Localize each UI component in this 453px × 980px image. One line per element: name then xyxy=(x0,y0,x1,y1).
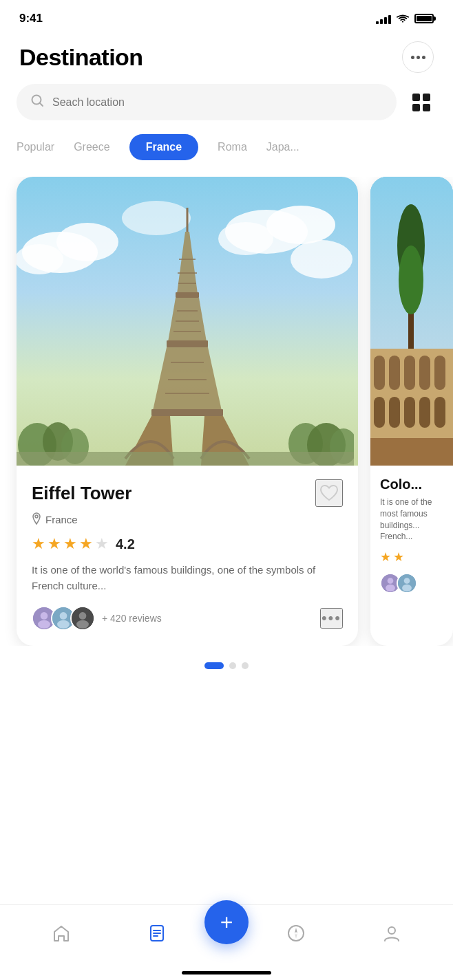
status-icons xyxy=(376,13,434,24)
card-colosseum[interactable]: Colo... It is one of the most famous bui… xyxy=(370,177,453,646)
bottom-nav: + xyxy=(0,904,453,980)
card-eiffel-image xyxy=(17,177,358,466)
svg-rect-53 xyxy=(404,356,415,390)
svg-rect-34 xyxy=(17,452,354,466)
card-secondary-desc: It is one of the most famous buildings..… xyxy=(380,497,443,543)
sec-avatar-2 xyxy=(397,573,417,594)
dot-3 xyxy=(242,662,249,669)
svg-rect-61 xyxy=(370,438,453,466)
nav-add[interactable]: + xyxy=(204,900,249,958)
svg-point-49 xyxy=(399,246,423,314)
tab-popular[interactable]: Popular xyxy=(17,135,54,159)
svg-rect-59 xyxy=(419,397,430,428)
svg-rect-54 xyxy=(419,356,430,390)
tab-roma[interactable]: Roma xyxy=(218,135,247,159)
home-indicator xyxy=(182,971,271,974)
svg-marker-74 xyxy=(295,933,297,939)
nav-compass[interactable] xyxy=(249,924,344,948)
reviewer-section: + 420 reviews xyxy=(32,606,162,631)
reviewer-avatars xyxy=(32,606,95,631)
grid-view-button[interactable] xyxy=(406,87,436,118)
svg-rect-14 xyxy=(167,340,208,347)
card-colosseum-info: Colo... It is one of the most famous bui… xyxy=(370,466,453,605)
svg-point-8 xyxy=(291,240,352,279)
svg-point-3 xyxy=(56,223,118,261)
svg-point-64 xyxy=(386,585,395,591)
status-bar: 9:41 xyxy=(0,0,453,34)
colosseum-svg xyxy=(370,177,453,466)
svg-point-40 xyxy=(60,612,67,620)
favorite-button[interactable] xyxy=(315,479,343,507)
svg-point-37 xyxy=(41,612,48,620)
tab-france[interactable]: France xyxy=(129,134,198,160)
more-options-button[interactable]: ••• xyxy=(320,608,343,629)
svg-point-41 xyxy=(57,620,70,629)
nav-documents[interactable] xyxy=(109,924,205,948)
header: Destination xyxy=(0,34,453,84)
cards-container: Eiffel Tower France ★ xyxy=(0,177,453,646)
card-description: It is one of the world's famous building… xyxy=(32,563,343,594)
rating-number: 4.2 xyxy=(116,536,135,552)
svg-rect-55 xyxy=(434,356,445,390)
chat-button[interactable] xyxy=(402,41,434,73)
svg-rect-52 xyxy=(389,356,400,390)
svg-point-75 xyxy=(388,927,395,934)
svg-point-6 xyxy=(266,206,335,244)
fab-add-button[interactable]: + xyxy=(204,900,249,944)
wifi-icon xyxy=(397,14,409,23)
svg-point-4 xyxy=(17,244,63,274)
card-eiffel-tower[interactable]: Eiffel Tower France ★ xyxy=(17,177,358,646)
foliage-svg xyxy=(17,411,354,466)
card-colosseum-image xyxy=(370,177,453,466)
dot-2 xyxy=(229,662,236,669)
card-secondary-stars: ★ ★ xyxy=(380,549,443,565)
search-input-wrap[interactable] xyxy=(17,84,397,120)
signal-icon xyxy=(376,13,391,24)
svg-marker-15 xyxy=(153,347,222,411)
svg-rect-56 xyxy=(374,397,385,428)
svg-rect-60 xyxy=(434,397,445,428)
svg-point-43 xyxy=(79,612,87,620)
svg-point-35 xyxy=(35,515,38,518)
grid-icon xyxy=(412,94,430,111)
card-secondary-title: Colo... xyxy=(380,477,443,492)
svg-point-38 xyxy=(38,620,50,629)
tab-japan[interactable]: Japa... xyxy=(266,135,299,159)
category-tabs: Popular Greece France Roma Japa... xyxy=(0,134,453,177)
location-pin-icon xyxy=(32,512,41,527)
status-time: 9:41 xyxy=(19,12,43,25)
card-location: France xyxy=(45,514,78,525)
nav-profile[interactable] xyxy=(344,924,440,948)
home-icon xyxy=(52,924,71,948)
card-title: Eiffel Tower xyxy=(32,483,131,504)
page-title: Destination xyxy=(19,44,143,71)
svg-rect-57 xyxy=(389,397,400,428)
svg-rect-12 xyxy=(176,292,199,298)
nav-home[interactable] xyxy=(14,924,109,948)
person-icon xyxy=(382,924,401,948)
svg-marker-73 xyxy=(295,928,297,933)
svg-point-67 xyxy=(402,585,412,591)
dots-indicator xyxy=(0,646,453,683)
svg-marker-13 xyxy=(168,298,207,342)
svg-line-1 xyxy=(40,103,43,107)
svg-rect-51 xyxy=(374,356,385,390)
reviewer-avatar-3 xyxy=(70,606,95,631)
tab-greece[interactable]: Greece xyxy=(74,135,109,159)
reviews-count: + 420 reviews xyxy=(102,613,162,624)
battery-icon xyxy=(414,14,434,23)
svg-marker-11 xyxy=(177,232,198,294)
search-input[interactable] xyxy=(52,96,383,109)
chat-dots-icon xyxy=(411,56,425,59)
svg-rect-58 xyxy=(404,397,415,428)
svg-point-66 xyxy=(404,578,410,584)
dot-1 xyxy=(204,662,224,669)
add-icon: + xyxy=(220,911,233,933)
search-icon xyxy=(30,94,44,111)
rating-stars: ★ ★ ★ ★ ★ xyxy=(32,535,109,553)
svg-point-44 xyxy=(76,620,89,629)
documents-icon xyxy=(147,924,167,948)
compass-icon xyxy=(286,924,306,948)
secondary-avatars xyxy=(380,573,443,594)
svg-point-63 xyxy=(388,578,394,584)
